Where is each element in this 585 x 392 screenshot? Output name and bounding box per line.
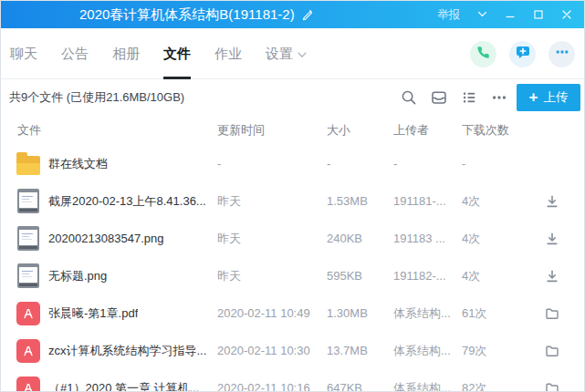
chevron-down-icon bbox=[298, 52, 307, 58]
search-icon[interactable] bbox=[401, 89, 417, 106]
open-folder-icon[interactable] bbox=[545, 306, 559, 321]
file-name: （#1）2020 第一章 计算机... bbox=[48, 369, 199, 392]
image-thumbnail-icon bbox=[17, 263, 39, 288]
upload-button[interactable]: + 上传 bbox=[517, 84, 580, 111]
file-uploader: 191183 ... bbox=[393, 220, 445, 257]
window-title: 2020春计算机体系结构B(191181-2) bbox=[79, 6, 295, 24]
tab-homework[interactable]: 作业 bbox=[203, 28, 254, 79]
voice-call-button[interactable] bbox=[470, 41, 496, 67]
file-row[interactable]: 20200213083547.png 昨天 240KB 191183 ... 4… bbox=[1, 220, 584, 257]
file-size: 647KB bbox=[327, 369, 362, 392]
edit-title-icon[interactable] bbox=[301, 8, 314, 21]
file-name: 20200213083547.png bbox=[48, 220, 164, 257]
tab-bar: 聊天 公告 相册 文件 作业 设置 bbox=[1, 28, 584, 79]
open-folder-icon[interactable] bbox=[545, 381, 559, 392]
header-size: 大小 bbox=[327, 115, 350, 145]
tab-announcement[interactable]: 公告 bbox=[49, 28, 100, 79]
file-row[interactable]: 无标题.png 昨天 595KB 191182-... 4次 bbox=[1, 257, 584, 294]
tab-album[interactable]: 相册 bbox=[100, 28, 151, 79]
file-downloads: 4次 bbox=[462, 220, 480, 257]
file-toolbar: 共9个文件 (已使用21.6MB/10GB) + 上传 bbox=[1, 79, 584, 115]
file-updated: 昨天 bbox=[217, 182, 241, 220]
tab-files[interactable]: 文件 bbox=[151, 28, 203, 79]
group-file-manager-window: 2020春计算机体系结构B(191181-2) 举报 聊天 公告 bbox=[0, 0, 585, 392]
phone-icon bbox=[476, 46, 490, 63]
chat-bubble-plus-icon bbox=[516, 45, 530, 63]
file-updated: 2020-02-11 10:16 bbox=[217, 369, 310, 392]
header-file: 文件 bbox=[17, 115, 41, 145]
maximize-button[interactable] bbox=[532, 8, 545, 21]
report-link[interactable]: 举报 bbox=[437, 7, 460, 23]
image-thumbnail-icon bbox=[17, 189, 39, 213]
more-actions-button[interactable] bbox=[548, 41, 575, 67]
tab-label: 公告 bbox=[61, 46, 89, 63]
pdf-icon bbox=[16, 339, 40, 363]
upload-button-label: 上传 bbox=[543, 89, 568, 106]
tab-label: 聊天 bbox=[10, 46, 37, 63]
file-row[interactable]: 群在线文档 - - - - bbox=[1, 145, 584, 182]
header-downloads: 下载次数 bbox=[462, 115, 509, 145]
file-size: - bbox=[327, 145, 330, 182]
header-uploader: 上传者 bbox=[393, 115, 429, 145]
file-downloads: - bbox=[462, 145, 465, 182]
tab-bar-tabs: 聊天 公告 相册 文件 作业 设置 bbox=[10, 28, 319, 79]
file-uploader: 体系结构... bbox=[393, 332, 451, 369]
download-icon[interactable] bbox=[545, 269, 559, 284]
file-size: 595KB bbox=[327, 257, 362, 294]
window-title-area: 2020春计算机体系结构B(191181-2) bbox=[79, 1, 314, 28]
file-updated: 昨天 bbox=[217, 220, 241, 257]
tab-label: 相册 bbox=[112, 46, 140, 63]
list-view-icon[interactable] bbox=[461, 89, 477, 106]
tab-label: 作业 bbox=[214, 46, 242, 63]
file-name: 截屏2020-02-13上午8.41.36... bbox=[48, 182, 206, 220]
download-icon[interactable] bbox=[545, 232, 559, 246]
file-count-summary: 共9个文件 (已使用21.6MB/10GB) bbox=[9, 79, 184, 115]
file-uploader: 体系结构... bbox=[393, 294, 451, 332]
download-icon[interactable] bbox=[545, 194, 559, 209]
file-name: zcx计算机系统结构学习指导... bbox=[48, 332, 206, 369]
tab-label: 文件 bbox=[163, 46, 191, 63]
file-updated: - bbox=[217, 145, 221, 182]
file-downloads: 79次 bbox=[462, 332, 486, 369]
image-thumbnail-icon bbox=[17, 226, 39, 251]
file-size: 1.53MB bbox=[327, 182, 368, 220]
file-name: 张晨曦-第1章.pdf bbox=[48, 294, 138, 332]
file-uploader: - bbox=[393, 145, 397, 182]
file-size: 240KB bbox=[327, 220, 362, 257]
file-downloads: 61次 bbox=[462, 294, 486, 332]
tab-chat[interactable]: 聊天 bbox=[10, 28, 49, 79]
tab-label: 设置 bbox=[266, 46, 293, 63]
save-tray-icon[interactable] bbox=[431, 89, 447, 106]
file-downloads: 82次 bbox=[462, 369, 486, 392]
file-downloads: 4次 bbox=[462, 257, 480, 294]
file-downloads: 4次 bbox=[462, 182, 480, 220]
open-folder-icon[interactable] bbox=[545, 344, 559, 358]
more-options-icon[interactable] bbox=[491, 89, 507, 106]
close-button[interactable] bbox=[560, 8, 573, 21]
file-uploader: 体系结构... bbox=[393, 369, 451, 392]
plus-icon: + bbox=[529, 89, 538, 105]
file-size: 13.7MB bbox=[327, 332, 368, 369]
create-chat-button[interactable] bbox=[509, 41, 536, 67]
ellipsis-icon bbox=[555, 45, 569, 63]
pdf-icon bbox=[16, 302, 40, 325]
file-uploader: 191182-... bbox=[393, 257, 446, 294]
chevron-down-icon[interactable] bbox=[475, 8, 488, 21]
tab-bar-actions bbox=[470, 28, 575, 79]
file-updated: 昨天 bbox=[217, 257, 241, 294]
title-bar: 2020春计算机体系结构B(191181-2) 举报 bbox=[1, 1, 584, 28]
file-updated: 2020-02-11 10:30 bbox=[217, 332, 310, 369]
file-list: 群在线文档 - - - - 截屏2020-02-13上午8.41.36... 昨… bbox=[1, 145, 584, 392]
file-name: 群在线文档 bbox=[48, 145, 108, 182]
tab-settings[interactable]: 设置 bbox=[254, 28, 319, 79]
header-updated: 更新时间 bbox=[217, 115, 265, 145]
file-size: 1.30MB bbox=[327, 294, 368, 332]
file-row[interactable]: zcx计算机系统结构学习指导... 2020-02-11 10:30 13.7M… bbox=[1, 332, 584, 369]
toolbar-icons bbox=[401, 79, 507, 115]
file-name: 无标题.png bbox=[48, 257, 107, 294]
file-row[interactable]: 截屏2020-02-13上午8.41.36... 昨天 1.53MB 19118… bbox=[1, 182, 584, 220]
file-row[interactable]: 张晨曦-第1章.pdf 2020-02-11 10:49 1.30MB 体系结构… bbox=[1, 294, 584, 332]
file-row[interactable]: （#1）2020 第一章 计算机... 2020-02-11 10:16 647… bbox=[1, 369, 584, 392]
pdf-icon bbox=[16, 377, 40, 392]
minimize-button[interactable] bbox=[504, 8, 517, 21]
